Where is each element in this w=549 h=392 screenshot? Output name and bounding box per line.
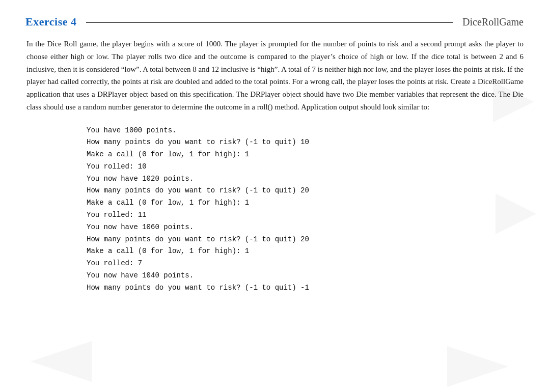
- exercise-description: In the Dice Roll game, the player begins…: [25, 38, 524, 114]
- code-line: You have 1000 points.: [87, 125, 524, 137]
- code-line: How many points do you want to risk? (-1…: [87, 282, 524, 294]
- watermark-arrow-bottom-right: [447, 346, 508, 387]
- header-divider: [86, 22, 454, 23]
- code-line: Make a call (0 for low, 1 for high): 1: [87, 197, 524, 209]
- code-line: How many points do you want to risk? (-1…: [87, 136, 524, 149]
- code-line: Make a call (0 for low, 1 for high): 1: [87, 245, 524, 258]
- code-line: How many points do you want to risk? (-1…: [87, 185, 524, 197]
- code-line: You now have 1060 points.: [87, 221, 524, 234]
- code-output-block: You have 1000 points.How many points do …: [87, 125, 524, 294]
- code-line: You now have 1020 points.: [87, 173, 524, 185]
- svg-marker-3: [447, 346, 508, 387]
- svg-marker-2: [31, 341, 92, 382]
- code-line: You rolled: 11: [87, 209, 524, 221]
- watermark-arrow-bottom-left: [31, 341, 92, 382]
- code-line: You now have 1040 points.: [87, 270, 524, 282]
- code-line: You rolled: 7: [87, 258, 524, 270]
- code-line: You rolled: 10: [87, 161, 524, 173]
- code-line: Make a call (0 for low, 1 for high): 1: [87, 149, 524, 161]
- brand-name: DiceRollGame: [462, 16, 524, 28]
- code-line: How many points do you want to risk? (-1…: [87, 234, 524, 246]
- page-header: Exercise 4 DiceRollGame: [25, 15, 524, 29]
- exercise-title: Exercise 4: [25, 15, 77, 29]
